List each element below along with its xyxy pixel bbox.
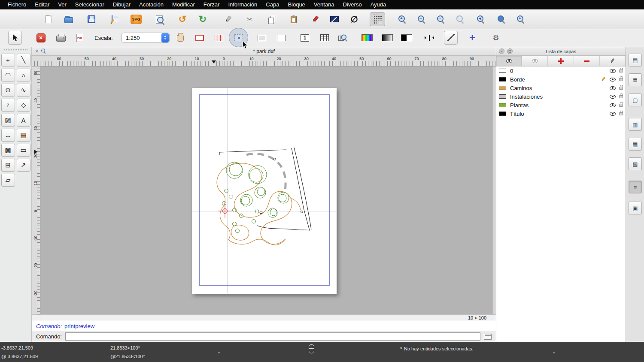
page-grid-button[interactable] bbox=[318, 31, 331, 45]
menu-item[interactable]: Seleccionar bbox=[71, 0, 109, 9]
paper-frame-button[interactable] bbox=[193, 31, 207, 45]
polyline-tool[interactable]: ≀ bbox=[1, 99, 15, 112]
selection-mode-button[interactable] bbox=[327, 12, 342, 26]
panel-detach-icon[interactable]: ◻ bbox=[507, 48, 513, 54]
block-tool[interactable]: ⊞ bbox=[1, 159, 15, 172]
show-all-layers-button[interactable] bbox=[496, 56, 522, 66]
layer-lock-icon[interactable] bbox=[619, 104, 623, 107]
vertical-scrollbar[interactable] bbox=[492, 66, 496, 314]
menu-item[interactable]: Información bbox=[224, 0, 261, 9]
ellipse-tool[interactable]: ⊙ bbox=[1, 84, 15, 97]
line-tool[interactable]: ╲ bbox=[17, 54, 30, 66]
print-button[interactable] bbox=[54, 31, 68, 45]
layer-visibility-icon[interactable] bbox=[610, 69, 616, 73]
measure-tool[interactable]: ▭ bbox=[17, 144, 30, 157]
redo-button[interactable]: ↻ bbox=[195, 12, 210, 26]
grayscale-button[interactable] bbox=[380, 31, 394, 45]
point-tool[interactable]: + bbox=[1, 54, 15, 66]
print-preview-button[interactable] bbox=[152, 12, 167, 26]
clipboard-panel-button[interactable]: ▣ bbox=[629, 202, 642, 214]
property-editor-panel-button[interactable]: ▤ bbox=[629, 54, 642, 66]
console-detach-icon[interactable] bbox=[484, 334, 492, 340]
open-file-button[interactable] bbox=[61, 12, 76, 26]
previous-view-button[interactable]: ◂ bbox=[473, 12, 489, 26]
save-button[interactable] bbox=[84, 12, 99, 26]
menu-item[interactable]: Capa bbox=[261, 0, 283, 9]
layer-row[interactable]: 0 bbox=[496, 66, 626, 75]
remove-layer-button[interactable] bbox=[574, 56, 600, 66]
layer-lock-icon[interactable] bbox=[619, 95, 623, 98]
drawing-canvas[interactable] bbox=[40, 66, 492, 314]
menu-item[interactable]: Bloque bbox=[283, 0, 309, 9]
zoom-page-button[interactable] bbox=[337, 31, 350, 45]
crosshair-button[interactable]: + bbox=[465, 31, 479, 45]
menu-item[interactable]: Modificar bbox=[168, 0, 199, 9]
circle-tool[interactable]: ○ bbox=[17, 69, 30, 81]
white-page-button[interactable] bbox=[274, 31, 288, 45]
command-line-panel-button[interactable]: ≡ bbox=[629, 181, 642, 193]
menu-item[interactable]: Editar bbox=[30, 0, 54, 9]
gray-page-button[interactable] bbox=[255, 31, 269, 45]
snap-tool[interactable]: ↗ bbox=[17, 159, 30, 172]
full-color-button[interactable] bbox=[360, 31, 374, 45]
fill-tool[interactable]: ▩ bbox=[1, 144, 15, 157]
palette-drag-handle[interactable] bbox=[4, 49, 27, 51]
layer-list-panel-button[interactable]: ≣ bbox=[629, 73, 642, 86]
menu-item[interactable]: Ayuda bbox=[366, 0, 391, 9]
menu-item[interactable]: Forzar bbox=[199, 0, 224, 9]
layer-row[interactable]: Plantas bbox=[496, 101, 626, 109]
view-list-panel-button[interactable]: ▥ bbox=[629, 118, 642, 131]
svg-export-button[interactable]: SVG bbox=[128, 12, 144, 26]
grid-toggle-button[interactable] bbox=[370, 12, 385, 26]
zoom-out-button[interactable]: − bbox=[414, 12, 429, 26]
zoom-selection-button[interactable] bbox=[453, 12, 468, 26]
black-white-button[interactable] bbox=[400, 31, 413, 45]
image-tool[interactable]: ▦ bbox=[17, 129, 30, 142]
layer-visibility-icon[interactable] bbox=[610, 103, 616, 107]
tab-zoom-icon[interactable] bbox=[41, 48, 46, 54]
scale-select[interactable]: 1:250 ▲▼ bbox=[122, 33, 170, 43]
selection-filter-panel-button[interactable]: ▦ bbox=[629, 138, 642, 151]
single-page-button[interactable]: 1 bbox=[298, 31, 312, 45]
paint-brush-button[interactable] bbox=[307, 12, 322, 26]
paste-button[interactable] bbox=[286, 12, 301, 26]
edit-pencil-button[interactable] bbox=[220, 12, 235, 26]
spline-tool[interactable]: ∿ bbox=[17, 84, 30, 97]
library-browser-panel-button[interactable]: ▧ bbox=[629, 157, 642, 170]
hairline-button[interactable] bbox=[444, 31, 458, 45]
hatch-tool[interactable]: ▨ bbox=[1, 114, 15, 127]
menu-item[interactable]: Ventana bbox=[310, 0, 339, 9]
close-preview-button[interactable]: × bbox=[34, 31, 48, 45]
undo-button[interactable]: ↺ bbox=[175, 12, 190, 26]
edit-layer-button[interactable] bbox=[600, 56, 626, 66]
block-list-panel-button[interactable]: ▢ bbox=[629, 94, 642, 106]
menu-item[interactable]: Fichero bbox=[3, 0, 30, 9]
new-file-button[interactable] bbox=[41, 12, 56, 26]
save-as-button[interactable] bbox=[104, 12, 120, 26]
dimension-tool[interactable]: ↔ bbox=[1, 129, 15, 142]
pan-hand-button[interactable] bbox=[173, 31, 187, 45]
fit-drawing-button[interactable] bbox=[232, 31, 246, 45]
cut-button[interactable]: ✂ bbox=[242, 12, 257, 26]
layer-visibility-icon[interactable] bbox=[610, 86, 616, 90]
menu-item[interactable]: Dibujar bbox=[109, 0, 135, 9]
layer-visibility-icon[interactable] bbox=[610, 95, 616, 99]
hide-all-layers-button[interactable] bbox=[522, 56, 548, 66]
zoom-window-button[interactable] bbox=[494, 12, 509, 26]
arc-tool[interactable]: ◠ bbox=[1, 69, 15, 81]
clear-selection-button[interactable]: ∅ bbox=[346, 12, 362, 26]
text-tool[interactable]: A bbox=[17, 114, 30, 127]
add-layer-button[interactable] bbox=[548, 56, 574, 66]
pdf-export-button[interactable]: PDF bbox=[73, 31, 87, 45]
layer-row[interactable]: Título bbox=[496, 109, 626, 118]
zoom-in-button[interactable]: + bbox=[395, 12, 410, 26]
layer-lock-icon[interactable] bbox=[619, 78, 623, 81]
auto-zoom-button[interactable]: ▫ bbox=[433, 12, 449, 26]
settings-button[interactable]: ⚙ bbox=[489, 31, 503, 45]
menu-item[interactable]: Diverso bbox=[339, 0, 366, 9]
layer-visibility-icon[interactable] bbox=[610, 112, 616, 116]
pan-zoom-button[interactable]: + bbox=[513, 12, 529, 26]
solid-tool[interactable]: ▱ bbox=[1, 174, 15, 187]
stepper-icon[interactable]: ▲▼ bbox=[161, 33, 169, 42]
layer-lock-icon[interactable] bbox=[619, 112, 623, 115]
